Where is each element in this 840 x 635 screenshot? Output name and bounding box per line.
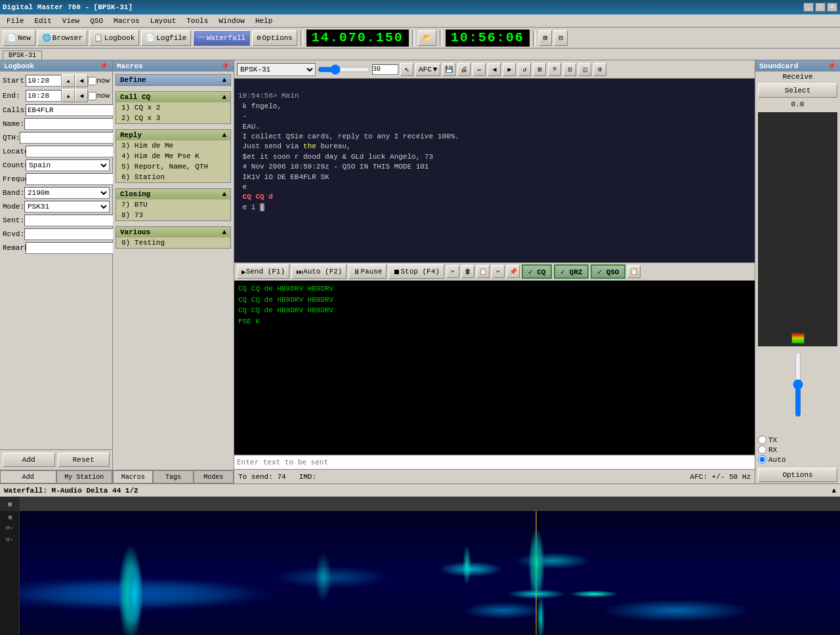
various-item-1[interactable]: 9) Testing — [116, 237, 230, 248]
print-icon[interactable]: 🖨 — [457, 63, 471, 76]
closing-item-2[interactable]: 8) 73 — [116, 210, 230, 220]
paste-icon[interactable]: 📌 — [507, 265, 520, 278]
save-icon[interactable]: 💾 — [442, 63, 455, 76]
view-btn2[interactable]: ≡ — [548, 63, 561, 76]
soundcard-options-btn[interactable]: Options — [758, 468, 837, 482]
macro-tab-tags[interactable]: Tags — [153, 470, 193, 483]
logfile-button[interactable]: 📄 Logfile — [141, 30, 191, 46]
signal-slider[interactable] — [318, 64, 370, 75]
waterfall-display[interactable] — [20, 511, 840, 635]
cq-item-2[interactable]: 2) CQ x 3 — [116, 113, 230, 123]
mode-select[interactable]: PSK31 BPSK31 QPSK31 — [24, 201, 110, 213]
country-select[interactable]: Spain Germany USA — [26, 159, 110, 171]
qrz-button[interactable]: ✓ QRZ — [554, 264, 589, 279]
erase-icon[interactable]: 🗑 — [461, 265, 474, 278]
frequency-input[interactable] — [26, 173, 121, 185]
tx-radio[interactable] — [758, 436, 766, 444]
menu-view[interactable]: View — [58, 16, 83, 26]
options-button[interactable]: ⚙ Options — [252, 30, 297, 46]
locator-input[interactable] — [26, 146, 121, 157]
edit-icon[interactable]: ✏ — [472, 63, 486, 76]
logbook-button[interactable]: 📋 Logbook — [89, 30, 139, 46]
tab-add[interactable]: Add — [0, 470, 56, 483]
end-left-btn[interactable]: ◀ — [75, 89, 88, 102]
new-button[interactable]: 📄 New — [3, 30, 35, 46]
reply-item-1[interactable]: 3) Him de Me — [116, 140, 230, 151]
menu-qso[interactable]: QSO — [86, 16, 107, 26]
callsign-input[interactable] — [26, 104, 121, 116]
remark-input[interactable] — [26, 242, 121, 254]
qso-button[interactable]: ✓ QSO — [591, 264, 625, 279]
menu-edit[interactable]: Edit — [30, 16, 55, 26]
view-btn3[interactable]: ⊡ — [563, 63, 576, 76]
view-btn4[interactable]: ◫ — [578, 63, 591, 76]
reply-item-3[interactable]: 5) Report, Name, QTH — [116, 161, 230, 172]
copy-icon[interactable]: 📋 — [476, 265, 490, 278]
bpsk31-tab[interactable]: BPSK-31 — [3, 51, 42, 60]
start-input[interactable] — [26, 75, 62, 87]
cq-item-1[interactable]: 1) CQ x 2 — [116, 102, 230, 113]
soundcard-select-btn[interactable]: Select — [758, 83, 837, 98]
start-left-btn[interactable]: ◀ — [75, 74, 88, 87]
call-cq-header[interactable]: Call CQ ▲ — [116, 92, 230, 102]
stop-button[interactable]: ⏹ Stop (F4) — [388, 264, 444, 279]
folder-button[interactable]: 📂 — [418, 30, 436, 46]
band-select[interactable]: 2190m 160m 80m — [24, 187, 110, 199]
end-input[interactable] — [26, 90, 62, 102]
closing-item-1[interactable]: 7) BTU — [116, 199, 230, 210]
add-station-button[interactable]: Add — [3, 453, 55, 467]
log-icon[interactable]: 📋 — [627, 265, 640, 278]
qso-check-icon: ✓ — [597, 268, 602, 276]
view-btn5[interactable]: ⚙ — [593, 63, 606, 76]
channel-select[interactable]: BPSK-31 — [237, 63, 316, 76]
closing-header[interactable]: Closing ▲ — [116, 189, 230, 199]
menu-file[interactable]: File — [3, 16, 28, 26]
macro-tab-modes[interactable]: Modes — [194, 470, 234, 483]
volume-slider[interactable] — [793, 352, 803, 417]
menu-macros[interactable]: Macros — [110, 16, 144, 26]
rcvd-input[interactable] — [24, 228, 120, 240]
refresh-btn[interactable]: ↺ — [518, 63, 531, 76]
afc-button[interactable]: AFC ▼ — [415, 63, 440, 76]
start-up-btn[interactable] — [62, 74, 75, 87]
auto-button[interactable]: ⏭ Auto (F2) — [291, 264, 346, 279]
menu-layout[interactable]: Layout — [146, 16, 180, 26]
qth-input[interactable] — [20, 132, 116, 144]
tb-btn2[interactable]: ⊟ — [554, 30, 568, 46]
end-up-btn[interactable] — [62, 89, 75, 102]
tb-btn1[interactable]: ⊞ — [539, 30, 553, 46]
prev-btn[interactable]: ◀ — [488, 63, 501, 76]
reply-item-4[interactable]: 6) Station — [116, 172, 230, 182]
afc-value-input[interactable] — [372, 64, 398, 75]
menu-window[interactable]: Window — [215, 16, 249, 26]
start-now-checkbox[interactable] — [88, 77, 96, 85]
maximize-btn[interactable]: □ — [815, 3, 826, 12]
cut-icon[interactable]: ✂ — [492, 265, 505, 278]
reset-button[interactable]: Reset — [58, 453, 110, 467]
define-header[interactable]: Define ▲ — [116, 75, 230, 85]
tab-my-station[interactable]: My Station — [56, 470, 113, 483]
browser-button[interactable]: 🌐 Browser — [37, 30, 87, 46]
macro-tab-macros[interactable]: Macros — [113, 470, 153, 483]
reply-item-2[interactable]: 4) Him de Me Pse K — [116, 151, 230, 161]
waterfall-button[interactable]: 〰 Waterfall — [193, 30, 249, 46]
view-btn1[interactable]: ⊞ — [533, 63, 546, 76]
various-header[interactable]: Various ▲ — [116, 227, 230, 237]
rx-radio[interactable] — [758, 445, 766, 454]
soundcard-slider[interactable] — [758, 352, 837, 430]
menu-tools[interactable]: Tools — [182, 16, 212, 26]
send-button[interactable]: ▶ Send (F1) — [237, 264, 289, 279]
next-btn[interactable]: ▶ — [503, 63, 516, 76]
end-now-checkbox[interactable] — [88, 92, 96, 100]
close-btn[interactable]: × — [827, 3, 837, 12]
clear-icon[interactable]: ✂ — [446, 265, 459, 278]
reply-header[interactable]: Reply ▲ — [116, 130, 230, 140]
pause-button[interactable]: ⏸ Pause — [348, 264, 387, 279]
auto-radio[interactable] — [758, 455, 766, 464]
cq-button[interactable]: ✓ CQ — [522, 264, 552, 279]
menu-help[interactable]: Help — [251, 16, 276, 26]
sent-input[interactable] — [24, 215, 120, 226]
send-text-input[interactable] — [234, 456, 755, 469]
minimize-btn[interactable]: _ — [803, 3, 814, 12]
name-input[interactable] — [24, 118, 120, 130]
